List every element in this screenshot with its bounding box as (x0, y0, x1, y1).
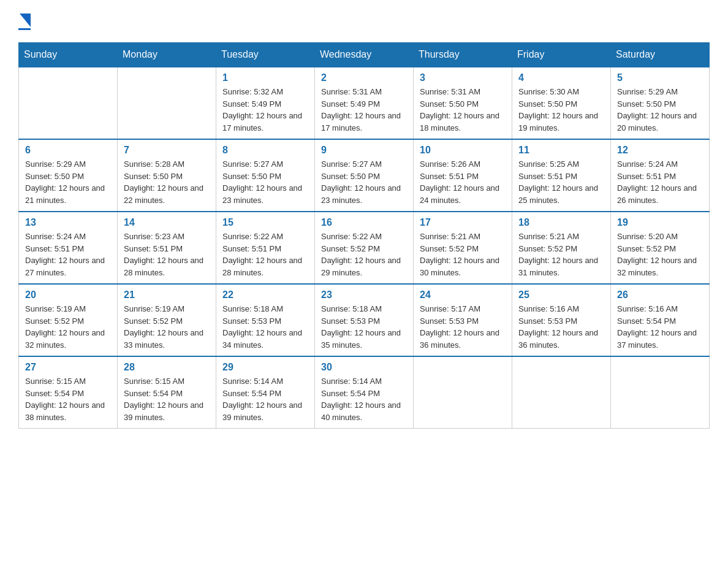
day-info: Sunrise: 5:19 AMSunset: 5:52 PMDaylight:… (25, 303, 111, 351)
day-number: 28 (124, 362, 210, 373)
calendar-cell: 21Sunrise: 5:19 AMSunset: 5:52 PMDayligh… (118, 284, 216, 356)
day-number: 10 (420, 145, 506, 156)
calendar-cell: 2Sunrise: 5:31 AMSunset: 5:49 PMDaylight… (315, 67, 414, 139)
day-number: 16 (321, 217, 407, 228)
weekday-header-row: SundayMondayTuesdayWednesdayThursdayFrid… (19, 43, 710, 67)
day-number: 24 (420, 289, 506, 301)
week-row-4: 20Sunrise: 5:19 AMSunset: 5:52 PMDayligh… (19, 284, 710, 356)
day-number: 25 (518, 289, 604, 301)
day-info: Sunrise: 5:16 AMSunset: 5:54 PMDaylight:… (617, 303, 703, 351)
calendar-table: SundayMondayTuesdayWednesdayThursdayFrid… (18, 42, 710, 429)
weekday-header-thursday: Thursday (414, 43, 512, 67)
calendar-cell: 20Sunrise: 5:19 AMSunset: 5:52 PMDayligh… (19, 284, 118, 356)
day-info: Sunrise: 5:17 AMSunset: 5:53 PMDaylight:… (420, 303, 506, 351)
calendar-cell: 14Sunrise: 5:23 AMSunset: 5:51 PMDayligh… (118, 212, 216, 284)
weekday-header-sunday: Sunday (19, 43, 118, 67)
day-number: 8 (222, 145, 308, 156)
day-info: Sunrise: 5:14 AMSunset: 5:54 PMDaylight:… (222, 375, 308, 423)
weekday-header-saturday: Saturday (611, 43, 710, 67)
day-number: 21 (124, 289, 210, 301)
calendar-cell: 8Sunrise: 5:27 AMSunset: 5:50 PMDaylight… (216, 139, 315, 212)
weekday-header-monday: Monday (118, 43, 216, 67)
day-info: Sunrise: 5:21 AMSunset: 5:52 PMDaylight:… (420, 231, 506, 278)
day-info: Sunrise: 5:31 AMSunset: 5:50 PMDaylight:… (420, 86, 506, 134)
day-info: Sunrise: 5:21 AMSunset: 5:52 PMDaylight:… (518, 231, 604, 278)
calendar-cell: 4Sunrise: 5:30 AMSunset: 5:50 PMDaylight… (512, 67, 611, 139)
day-info: Sunrise: 5:30 AMSunset: 5:50 PMDaylight:… (518, 86, 604, 134)
day-number: 9 (321, 145, 407, 156)
calendar-cell: 12Sunrise: 5:24 AMSunset: 5:51 PMDayligh… (611, 139, 710, 212)
day-number: 29 (222, 362, 308, 373)
day-number: 18 (518, 217, 604, 228)
week-row-1: 1Sunrise: 5:32 AMSunset: 5:49 PMDaylight… (19, 67, 710, 139)
day-info: Sunrise: 5:23 AMSunset: 5:51 PMDaylight:… (124, 231, 210, 278)
calendar-cell (19, 67, 118, 139)
calendar-cell (118, 67, 216, 139)
calendar-cell: 9Sunrise: 5:27 AMSunset: 5:50 PMDaylight… (315, 139, 414, 212)
day-info: Sunrise: 5:20 AMSunset: 5:52 PMDaylight:… (617, 231, 703, 278)
day-info: Sunrise: 5:18 AMSunset: 5:53 PMDaylight:… (222, 303, 308, 351)
svg-marker-0 (20, 13, 31, 27)
calendar-cell: 26Sunrise: 5:16 AMSunset: 5:54 PMDayligh… (611, 284, 710, 356)
day-number: 19 (617, 217, 703, 228)
day-info: Sunrise: 5:25 AMSunset: 5:51 PMDaylight:… (518, 158, 604, 206)
day-number: 22 (222, 289, 308, 301)
day-number: 26 (617, 289, 703, 301)
day-number: 27 (25, 362, 111, 373)
day-info: Sunrise: 5:19 AMSunset: 5:52 PMDaylight:… (124, 303, 210, 351)
calendar-cell: 7Sunrise: 5:28 AMSunset: 5:50 PMDaylight… (118, 139, 216, 212)
calendar-cell (414, 356, 512, 429)
calendar-cell: 30Sunrise: 5:14 AMSunset: 5:54 PMDayligh… (315, 356, 414, 429)
day-info: Sunrise: 5:27 AMSunset: 5:50 PMDaylight:… (222, 158, 308, 206)
calendar-cell: 27Sunrise: 5:15 AMSunset: 5:54 PMDayligh… (19, 356, 118, 429)
week-row-2: 6Sunrise: 5:29 AMSunset: 5:50 PMDaylight… (19, 139, 710, 212)
day-info: Sunrise: 5:31 AMSunset: 5:49 PMDaylight:… (321, 86, 407, 134)
calendar-cell: 13Sunrise: 5:24 AMSunset: 5:51 PMDayligh… (19, 212, 118, 284)
day-number: 30 (321, 362, 407, 373)
day-number: 15 (222, 217, 308, 228)
day-info: Sunrise: 5:15 AMSunset: 5:54 PMDaylight:… (25, 375, 111, 423)
week-row-3: 13Sunrise: 5:24 AMSunset: 5:51 PMDayligh… (19, 212, 710, 284)
day-info: Sunrise: 5:22 AMSunset: 5:51 PMDaylight:… (222, 231, 308, 278)
calendar-cell (611, 356, 710, 429)
weekday-header-friday: Friday (512, 43, 611, 67)
day-info: Sunrise: 5:24 AMSunset: 5:51 PMDaylight:… (25, 231, 111, 278)
calendar-cell: 22Sunrise: 5:18 AMSunset: 5:53 PMDayligh… (216, 284, 315, 356)
calendar-cell: 1Sunrise: 5:32 AMSunset: 5:49 PMDaylight… (216, 67, 315, 139)
calendar-cell: 5Sunrise: 5:29 AMSunset: 5:50 PMDaylight… (611, 67, 710, 139)
calendar-cell: 11Sunrise: 5:25 AMSunset: 5:51 PMDayligh… (512, 139, 611, 212)
day-info: Sunrise: 5:24 AMSunset: 5:51 PMDaylight:… (617, 158, 703, 206)
day-number: 7 (124, 145, 210, 156)
day-number: 20 (25, 289, 111, 301)
calendar-cell: 23Sunrise: 5:18 AMSunset: 5:53 PMDayligh… (315, 284, 414, 356)
calendar-cell: 28Sunrise: 5:15 AMSunset: 5:54 PMDayligh… (118, 356, 216, 429)
day-number: 1 (222, 72, 308, 83)
day-info: Sunrise: 5:16 AMSunset: 5:53 PMDaylight:… (518, 303, 604, 351)
day-number: 23 (321, 289, 407, 301)
day-number: 5 (617, 72, 703, 83)
weekday-header-tuesday: Tuesday (216, 43, 315, 67)
day-number: 12 (617, 145, 703, 156)
calendar-cell: 24Sunrise: 5:17 AMSunset: 5:53 PMDayligh… (414, 284, 512, 356)
day-info: Sunrise: 5:29 AMSunset: 5:50 PMDaylight:… (617, 86, 703, 134)
day-number: 6 (25, 145, 111, 156)
logo (18, 12, 31, 30)
calendar-cell: 3Sunrise: 5:31 AMSunset: 5:50 PMDaylight… (414, 67, 512, 139)
calendar-cell: 15Sunrise: 5:22 AMSunset: 5:51 PMDayligh… (216, 212, 315, 284)
day-number: 11 (518, 145, 604, 156)
day-info: Sunrise: 5:26 AMSunset: 5:51 PMDaylight:… (420, 158, 506, 206)
calendar-cell: 10Sunrise: 5:26 AMSunset: 5:51 PMDayligh… (414, 139, 512, 212)
day-number: 14 (124, 217, 210, 228)
day-info: Sunrise: 5:28 AMSunset: 5:50 PMDaylight:… (124, 158, 210, 206)
calendar-cell: 19Sunrise: 5:20 AMSunset: 5:52 PMDayligh… (611, 212, 710, 284)
calendar-cell: 18Sunrise: 5:21 AMSunset: 5:52 PMDayligh… (512, 212, 611, 284)
day-info: Sunrise: 5:32 AMSunset: 5:49 PMDaylight:… (222, 86, 308, 134)
weekday-header-wednesday: Wednesday (315, 43, 414, 67)
header (18, 12, 710, 30)
day-number: 4 (518, 72, 604, 83)
day-number: 2 (321, 72, 407, 83)
day-info: Sunrise: 5:27 AMSunset: 5:50 PMDaylight:… (321, 158, 407, 206)
calendar-cell: 29Sunrise: 5:14 AMSunset: 5:54 PMDayligh… (216, 356, 315, 429)
calendar-cell: 6Sunrise: 5:29 AMSunset: 5:50 PMDaylight… (19, 139, 118, 212)
calendar-cell: 25Sunrise: 5:16 AMSunset: 5:53 PMDayligh… (512, 284, 611, 356)
